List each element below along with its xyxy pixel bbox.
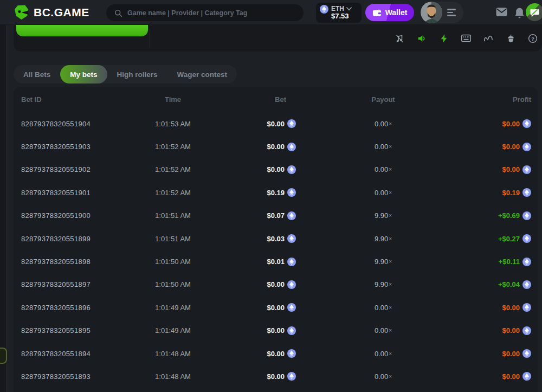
bet-time: 1:01:53 AM [155,120,191,128]
col-profit: Profit [513,95,531,104]
eth-coin-icon [287,165,296,174]
eth-coin-icon [320,5,328,14]
bet-profit: $0.00 [502,326,531,335]
bet-payout: 0.00× [375,189,392,197]
bet-profit: +$0.69 [498,211,531,220]
table-row[interactable]: 82879378320551896 1:01:49 AM $0.00 0.00×… [14,296,538,319]
bet-profit: $0.00 [502,303,531,312]
search-icon [114,9,122,17]
bets-tabs: All BetsMy betsHigh rollersWager contest [14,65,237,83]
table-row[interactable]: 82879378320551900 1:01:51 AM $0.07 9.90×… [14,204,538,227]
eth-coin-icon [522,326,531,335]
bet-id: 82879378320551894 [21,350,130,358]
table-row[interactable]: 82879378320551903 1:01:52 AM $0.00 0.00×… [14,135,538,158]
bet-amount: $0.00 [267,303,296,312]
col-time: Time [165,95,181,104]
bcgame-logo-icon [14,5,29,20]
floating-widget-partial[interactable] [0,348,7,364]
bet-payout: 9.90× [375,235,392,243]
help-icon[interactable]: ? [528,34,538,43]
notifications-icon[interactable] [514,7,525,18]
search-input[interactable]: Game name | Provider | Category Tag [106,4,304,21]
table-row[interactable]: 82879378320551893 1:01:48 AM $0.00 0.00×… [14,365,538,388]
eth-coin-icon [522,143,531,151]
eth-coin-icon [287,119,296,128]
panel-divider [150,29,150,48]
hotkeys-icon[interactable] [461,34,471,43]
eth-coin-icon [287,326,296,335]
wallet-button[interactable]: Wallet [365,4,414,21]
bet-payout: 0.00× [375,120,392,128]
bet-amount: $0.00 [267,165,296,174]
bet-profit: $0.00 [502,349,531,358]
bet-id: 82879378320551895 [21,326,130,335]
trends-icon[interactable] [483,34,493,43]
eth-coin-icon [287,349,296,358]
bet-time: 1:01:49 AM [155,304,191,312]
eth-coin-icon [522,234,531,243]
bet-id: 82879378320551901 [21,189,130,197]
table-row[interactable]: 82879378320551902 1:01:52 AM $0.00 0.00×… [14,158,538,181]
eth-coin-icon [522,303,531,312]
bet-payout: 9.90× [375,211,392,220]
svg-text:?: ? [531,35,534,41]
tab-my-bets[interactable]: My bets [60,65,107,83]
currency-selector[interactable]: ETH $7.53 [316,3,362,23]
eth-coin-icon [287,143,296,151]
eth-coin-icon [522,165,531,174]
bet-amount: $0.19 [267,188,296,197]
wallet-label: Wallet [385,8,408,17]
bet-amount: $0.00 [267,326,296,335]
music-muted-icon[interactable] [395,34,404,43]
sound-on-icon[interactable] [417,34,427,43]
bet-id: 82879378320551893 [21,372,130,381]
bet-id: 82879378320551898 [21,258,130,266]
tab-high-rollers[interactable]: High rollers [107,65,167,83]
table-row[interactable]: 82879378320551894 1:01:48 AM $0.00 0.00×… [14,342,538,365]
bet-time: 1:01:52 AM [155,165,191,173]
bet-id: 82879378320551900 [21,211,130,220]
logo-text: BC.GAME [34,6,89,19]
eth-coin-icon [287,280,296,289]
user-menu[interactable] [421,2,463,23]
vault-icon[interactable] [506,34,515,43]
bet-time: 1:01:49 AM [155,326,191,335]
tab-all-bets[interactable]: All Bets [14,65,60,83]
eth-coin-icon [522,372,531,381]
bet-amount: $0.00 [267,280,296,289]
bet-id: 82879378320551896 [21,304,130,312]
eth-coin-icon [287,188,296,197]
turbo-mode-icon[interactable] [439,34,449,43]
menu-icon [447,9,456,16]
bet-id: 82879378320551904 [21,120,130,128]
col-payout: Payout [371,95,395,104]
bet-button[interactable] [16,25,148,36]
chat-toggle-button[interactable] [526,3,542,21]
eth-coin-icon [522,280,531,289]
bet-payout: 9.90× [375,280,392,288]
mail-icon[interactable] [496,7,507,17]
table-row[interactable]: 82879378320551898 1:01:50 AM $0.01 9.90×… [14,250,538,273]
bet-payout: 0.00× [375,304,392,312]
eth-coin-icon [287,211,296,220]
eth-coin-icon [287,303,296,312]
tab-wager-contest[interactable]: Wager contest [167,65,237,83]
bet-time: 1:01:52 AM [155,189,191,197]
bet-amount: $0.01 [267,258,296,266]
top-bar: BC.GAME Game name | Provider | Category … [0,0,542,25]
bet-payout: 0.00× [375,350,392,358]
eth-coin-icon [522,349,531,358]
table-row[interactable]: 82879378320551901 1:01:52 AM $0.19 0.00×… [14,181,538,204]
bet-profit: $0.00 [502,143,531,151]
table-row[interactable]: 82879378320551904 1:01:53 AM $0.00 0.00×… [14,112,538,135]
bet-payout: 0.00× [375,165,392,173]
table-row[interactable]: 82879378320551895 1:01:49 AM $0.00 0.00×… [14,319,538,342]
bet-amount: $0.03 [267,234,296,243]
table-row[interactable]: 82879378320551899 1:01:51 AM $0.03 9.90×… [14,227,538,250]
bcgame-logo[interactable]: BC.GAME [14,5,89,20]
bet-amount: $0.00 [267,372,296,381]
bet-profit: $0.19 [502,188,531,197]
bet-time: 1:01:50 AM [155,258,191,266]
bet-payout: 0.00× [375,143,392,151]
table-row[interactable]: 82879378320551897 1:01:50 AM $0.00 9.90×… [14,273,538,296]
